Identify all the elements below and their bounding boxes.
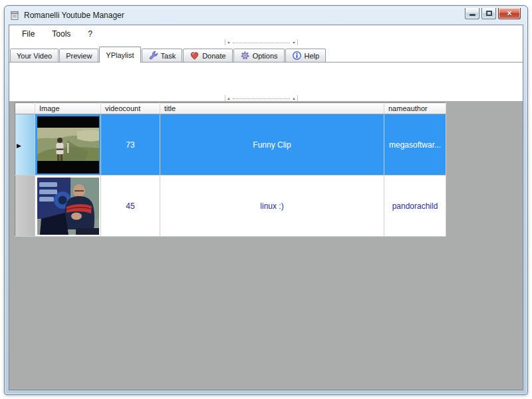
info-icon <box>292 51 302 61</box>
splitter-grip <box>233 98 290 99</box>
window-title: Romanelli Youtube Manager <box>24 11 465 20</box>
collapse-down-icon: ▼ <box>227 41 231 44</box>
app-window: Romanelli Youtube Manager × File Tools ?… <box>4 5 528 395</box>
column-header-nameauthor[interactable]: nameauthor <box>384 103 446 114</box>
tab-task[interactable]: Task <box>142 49 183 62</box>
tab-your-video[interactable]: Your Video <box>10 49 59 62</box>
collapse-up-icon: ▲ <box>227 96 231 100</box>
collapse-down-icon: ▼ <box>292 41 296 44</box>
column-header-selector <box>15 103 35 114</box>
nameauthor-cell[interactable]: pandorachild <box>384 176 446 237</box>
maximize-icon <box>486 11 492 16</box>
nameauthor-cell[interactable]: megasoftwar... <box>384 114 446 176</box>
thumbnail-cell[interactable] <box>35 176 101 237</box>
wrench-icon <box>148 51 158 61</box>
title-bar[interactable]: Romanelli Youtube Manager × <box>5 6 527 25</box>
menu-tools[interactable]: Tools <box>46 27 76 41</box>
playlist-row-linux[interactable]: 45 linux :) pandorachild <box>15 176 446 237</box>
tech-show-video-thumbnail <box>37 178 99 235</box>
playlist-panel: Image videocount title nameauthor ▶ <box>9 101 523 390</box>
close-button[interactable]: × <box>498 8 521 19</box>
row-selector-cell[interactable]: ▶ <box>15 114 35 176</box>
tab-strip: Your Video Preview YPlaylist Task <box>9 47 523 63</box>
tab-label: YPlaylist <box>106 51 134 59</box>
heart-icon <box>190 51 200 61</box>
tab-label: Your Video <box>17 52 52 60</box>
maximize-button[interactable] <box>481 8 496 19</box>
tab-yplaylist[interactable]: YPlaylist <box>99 47 140 63</box>
tab-options[interactable]: Options <box>233 49 285 62</box>
collapse-splitter-grid[interactable]: ▲ ▲ <box>225 95 298 101</box>
window-controls: × <box>465 8 521 19</box>
title-cell[interactable]: linux :) <box>160 176 384 237</box>
playlist-grid: Image videocount title nameauthor ▶ <box>15 102 446 237</box>
field-scene-video-thumbnail <box>37 116 99 174</box>
title-cell[interactable]: Funny Clip <box>160 114 384 176</box>
splitter-grip <box>233 43 290 43</box>
videocount-cell[interactable]: 45 <box>101 176 160 237</box>
tab-label: Donate <box>202 52 225 60</box>
tab-help[interactable]: Help <box>285 49 327 62</box>
tab-donate[interactable]: Donate <box>183 49 232 62</box>
tab-label: Preview <box>66 52 92 60</box>
app-icon <box>10 11 20 21</box>
column-header-title[interactable]: title <box>160 103 384 114</box>
window-content: File Tools ? ▼ ▼ Your Video Preview YPla… <box>9 25 523 390</box>
playlist-row-funny-clip[interactable]: ▶ <box>15 114 446 176</box>
column-header-image[interactable]: Image <box>35 103 101 114</box>
tab-label: Task <box>161 52 176 60</box>
videocount-cell[interactable]: 73 <box>101 114 160 176</box>
tab-label: Options <box>253 52 278 60</box>
tab-label: Help <box>305 52 320 60</box>
tab-preview[interactable]: Preview <box>59 49 98 62</box>
menu-help[interactable]: ? <box>82 27 98 41</box>
current-row-arrow-icon: ▶ <box>17 142 21 149</box>
gear-icon <box>240 51 250 61</box>
minimize-button[interactable] <box>465 8 479 19</box>
close-icon: × <box>507 9 511 17</box>
menu-file[interactable]: File <box>16 27 41 41</box>
collapse-splitter-top[interactable]: ▼ ▼ <box>225 39 298 45</box>
minimize-icon <box>469 14 475 16</box>
collapse-up-icon: ▲ <box>292 96 296 100</box>
thumbnail-cell[interactable] <box>35 114 101 176</box>
grid-header-row: Image videocount title nameauthor <box>15 103 446 114</box>
column-header-videocount[interactable]: videocount <box>101 103 160 114</box>
row-selector-cell[interactable] <box>15 176 35 237</box>
